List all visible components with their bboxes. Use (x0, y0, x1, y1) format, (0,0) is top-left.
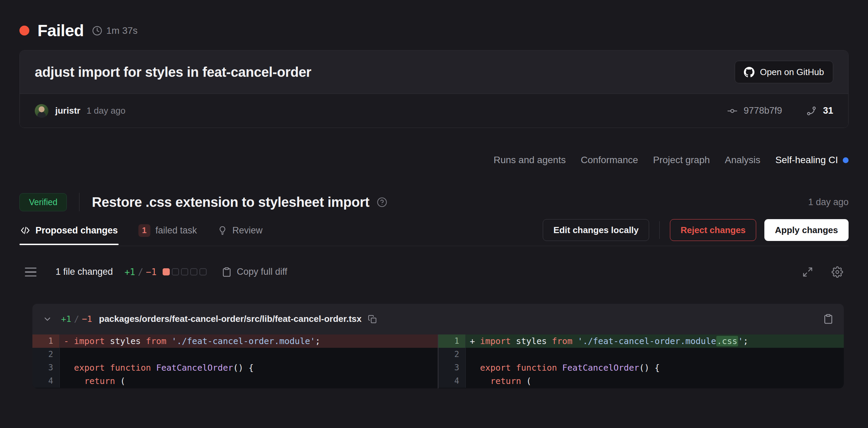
nav-conformance[interactable]: Conformance (581, 155, 638, 166)
tab-proposed-changes-label: Proposed changes (35, 225, 118, 236)
nav-project-graph[interactable]: Project graph (653, 155, 710, 166)
diff-line: 3 export function FeatCancelOrder() { (438, 361, 844, 374)
divider (79, 193, 79, 211)
line-number: 2 (438, 348, 466, 361)
tab-review[interactable]: Review (217, 219, 264, 245)
gear-icon[interactable] (832, 266, 843, 278)
code-icon (20, 225, 30, 236)
active-nav-dot (843, 157, 849, 163)
line-number: 2 (32, 348, 60, 361)
chevron-down-icon[interactable] (43, 314, 52, 324)
duration-text: 1m 37s (106, 25, 138, 36)
additions-count: +1 (124, 267, 135, 277)
failed-count-badge: 1 (138, 224, 150, 237)
open-on-github-label: Open on GitHub (760, 67, 824, 77)
copy-full-diff-button[interactable]: Copy full diff (222, 267, 287, 277)
tab-review-label: Review (233, 225, 263, 236)
reject-changes-button[interactable]: Reject changes (670, 219, 756, 241)
diff-line: 3 export function FeatCancelOrder() { (32, 361, 438, 374)
file-deletions: −1 (82, 314, 92, 324)
slash: / (74, 314, 79, 324)
line-number: 3 (438, 361, 466, 374)
edit-changes-locally-button[interactable]: Edit changes locally (543, 219, 649, 241)
code-text: - import styles from './feat-cancel-orde… (60, 334, 438, 348)
fix-time-ago: 1 day ago (808, 197, 849, 208)
slash: / (138, 267, 143, 277)
diff-pane-old: 1- import styles from './feat-cancel-ord… (32, 334, 438, 388)
menu-icon[interactable] (25, 268, 36, 277)
nav-runs-and-agents[interactable]: Runs and agents (494, 155, 566, 166)
help-icon[interactable] (377, 197, 387, 208)
fix-title: Restore .css extension to stylesheet imp… (92, 195, 369, 210)
deletions-count: −1 (146, 267, 156, 277)
action-buttons: Edit changes locally Reject changes Appl… (543, 219, 849, 241)
tabs-row: Proposed changes 1 failed task Review Ed… (19, 218, 849, 246)
code-text (60, 348, 438, 361)
commit-title: adjust import for styles in feat-cancel-… (35, 65, 311, 80)
author-name: juristr (55, 105, 80, 116)
commit-icon (727, 106, 737, 116)
line-number: 4 (32, 374, 60, 388)
lightbulb-icon (218, 226, 227, 236)
commit-sha[interactable]: 9778b7f9 (744, 105, 782, 116)
avatar (35, 104, 48, 118)
diff-line: 1- import styles from './feat-cancel-ord… (32, 334, 438, 348)
code-text (466, 348, 844, 361)
divider (659, 221, 660, 239)
line-number: 3 (32, 361, 60, 374)
branch-count[interactable]: 31 (823, 105, 833, 116)
commit-card: adjust import for styles in feat-cancel-… (19, 50, 849, 128)
expand-icon[interactable] (802, 267, 813, 277)
diff-pane-new: 1+ import styles from './feat-cancel-ord… (438, 334, 844, 388)
diff-file-header: +1 / −1 packages/orders/feat-cancel-orde… (32, 304, 844, 334)
fix-heading-row: Verified Restore .css extension to style… (19, 191, 849, 213)
diff-split-view: 1- import styles from './feat-cancel-ord… (32, 334, 844, 388)
tab-failed-task[interactable]: 1 failed task (138, 218, 198, 246)
diff-line: 4 return ( (32, 374, 438, 388)
duration: 1m 37s (92, 25, 138, 36)
clock-icon (92, 26, 102, 36)
tab-failed-task-label: failed task (155, 225, 197, 236)
commit-time-ago: 1 day ago (87, 105, 125, 116)
code-text: return ( (466, 374, 844, 388)
code-text: return ( (60, 374, 438, 388)
code-text: + import styles from './feat-cancel-orde… (466, 334, 844, 348)
verified-badge: Verified (19, 193, 67, 211)
copy-full-diff-label: Copy full diff (237, 267, 287, 277)
page: Failed 1m 37s adjust import for styles i… (0, 0, 868, 388)
copy-path-icon[interactable] (368, 315, 377, 324)
nav-self-healing-ci[interactable]: Self-healing CI (775, 155, 849, 166)
code-text: export function FeatCancelOrder() { (466, 361, 844, 374)
status-header: Failed 1m 37s (19, 0, 849, 40)
diff-blocks-indicator (163, 268, 207, 275)
file-path: packages/orders/feat-cancel-order/src/li… (99, 314, 361, 324)
copy-file-icon[interactable] (823, 314, 834, 324)
github-icon (744, 67, 754, 77)
diff-line: 2 (32, 348, 438, 361)
commit-card-meta-row: juristr 1 day ago 9778b7f9 31 (20, 94, 848, 128)
clipboard-icon (222, 267, 232, 277)
file-additions: +1 (61, 314, 71, 324)
status-label: Failed (38, 21, 84, 40)
open-on-github-button[interactable]: Open on GitHub (735, 61, 833, 83)
top-nav: Runs and agents Conformance Project grap… (19, 153, 849, 167)
diff-line: 2 (438, 348, 844, 361)
diff-toolbar: 1 file changed +1 / −1 Copy full diff (19, 262, 849, 282)
diff-line: 4 return ( (438, 374, 844, 388)
status-failed-dot (19, 26, 29, 35)
tab-proposed-changes[interactable]: Proposed changes (19, 219, 119, 245)
branch-icon (806, 105, 817, 116)
commit-card-header: adjust import for styles in feat-cancel-… (20, 51, 848, 94)
nav-self-healing-ci-label: Self-healing CI (775, 155, 838, 166)
line-number: 1 (32, 334, 60, 348)
apply-changes-button[interactable]: Apply changes (764, 219, 849, 241)
nav-analysis[interactable]: Analysis (725, 155, 760, 166)
files-changed-label: 1 file changed (56, 267, 113, 277)
code-text: export function FeatCancelOrder() { (60, 361, 438, 374)
line-number: 1 (438, 334, 466, 348)
diff-line: 1+ import styles from './feat-cancel-ord… (438, 334, 844, 348)
line-number: 4 (438, 374, 466, 388)
diff-file-card: +1 / −1 packages/orders/feat-cancel-orde… (32, 304, 844, 388)
